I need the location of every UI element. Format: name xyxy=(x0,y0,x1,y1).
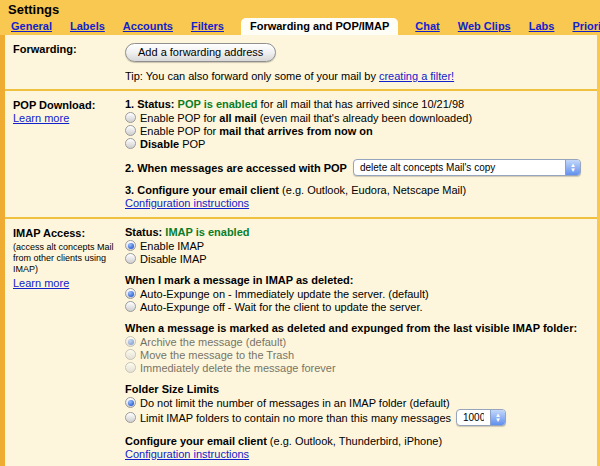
pop-when-accessed-group: 2. When messages are accessed with POP d… xyxy=(125,159,597,176)
tab-priority-inbox[interactable]: Priority Inbox xyxy=(571,18,600,35)
creating-a-filter-link[interactable]: creating a filter! xyxy=(379,70,454,82)
radio-icon[interactable] xyxy=(125,301,136,312)
pop-label-col: POP Download: Learn more xyxy=(5,97,125,210)
tab-general[interactable]: General xyxy=(10,18,53,35)
imap-access-sublabel: (access alt concepts Mail from other cli… xyxy=(13,242,121,275)
radio-icon-selected[interactable] xyxy=(125,288,136,299)
folder-limit-select[interactable]: 1000 ▲▼ xyxy=(456,409,506,426)
pop-configure-label: 3. Configure your email client xyxy=(125,184,279,196)
radio-archive-message[interactable]: Archive the message (default) xyxy=(125,335,597,348)
forwarding-content: Add a forwarding address Tip: You can al… xyxy=(125,41,597,82)
radio-label: Immediately delete the message forever xyxy=(140,362,336,374)
radio-label: Enable IMAP xyxy=(140,240,204,252)
radio-icon[interactable] xyxy=(125,138,136,149)
radio-icon[interactable] xyxy=(125,125,136,136)
tab-web-clips[interactable]: Web Clips xyxy=(457,18,512,35)
radio-limit-imap-folders[interactable]: Limit IMAP folders to contain no more th… xyxy=(125,409,597,426)
tab-labs[interactable]: Labs xyxy=(528,18,556,35)
pop-when-accessed-label: 2. When messages are accessed with POP xyxy=(125,162,347,174)
imap-learn-more-link[interactable]: Learn more xyxy=(13,277,69,289)
page-title: Settings xyxy=(8,2,600,17)
radio-icon[interactable] xyxy=(125,349,136,360)
pop-status-label: 1. Status: xyxy=(125,98,178,110)
radio-label: Disable IMAP xyxy=(140,253,207,265)
settings-tabs: GeneralLabelsAccountsFiltersForwarding a… xyxy=(8,18,600,35)
imap-status-label: Status: xyxy=(125,226,165,238)
pop-download-label: POP Download: xyxy=(13,99,121,112)
radio-enable-pop-from-now-on[interactable]: Enable POP for mail that arrives from no… xyxy=(125,124,597,137)
tab-labels[interactable]: Labels xyxy=(69,18,106,35)
imap-content: Status: IMAP is enabled Enable IMAP Disa… xyxy=(125,225,597,461)
forwarding-tip: Tip: You can also forward only some of y… xyxy=(125,70,597,82)
imap-status-line: Status: IMAP is enabled xyxy=(125,226,597,238)
radio-icon-selected[interactable] xyxy=(125,240,136,251)
radio-icon[interactable] xyxy=(125,362,136,373)
radio-label: Enable POP for mail that arrives from no… xyxy=(140,125,373,137)
imap-configure-label: Configure your email client xyxy=(125,435,267,447)
radio-label: Enable POP for all mail (even mail that'… xyxy=(140,112,472,124)
radio-label: Disable POP xyxy=(140,138,205,150)
pop-download-section: POP Download: Learn more 1. Status: POP … xyxy=(5,91,597,217)
pop-action-select-value: delete alt concepts Mail's copy xyxy=(360,162,559,174)
header: Settings GeneralLabelsAccountsFiltersFor… xyxy=(0,0,600,35)
imap-folder-size-heading: Folder Size Limits xyxy=(125,383,597,395)
radio-disable-imap[interactable]: Disable IMAP xyxy=(125,252,597,265)
radio-label: Auto-Expunge on - Immediately update the… xyxy=(140,288,429,300)
radio-move-to-trash[interactable]: Move the message to the Trash xyxy=(125,348,597,361)
radio-label: Move the message to the Trash xyxy=(140,349,294,361)
forwarding-label-col: Forwarding: xyxy=(5,41,125,82)
radio-do-not-limit[interactable]: Do not limit the number of messages in a… xyxy=(125,396,597,409)
radio-icon-selected[interactable] xyxy=(125,336,136,347)
imap-configure-examples: (e.g. Outlook, Thunderbird, iPhone) xyxy=(267,435,442,447)
tab-chat[interactable]: Chat xyxy=(414,18,440,35)
forwarding-label: Forwarding: xyxy=(13,43,121,56)
select-stepper-icon: ▲▼ xyxy=(565,160,580,175)
radio-enable-imap[interactable]: Enable IMAP xyxy=(125,239,597,252)
pop-configure-line: 3. Configure your email client (e.g. Out… xyxy=(125,184,597,196)
radio-label: Do not limit the number of messages in a… xyxy=(140,397,450,409)
add-forwarding-address-button[interactable]: Add a forwarding address xyxy=(125,43,276,62)
imap-access-label: IMAP Access: xyxy=(13,227,121,240)
radio-icon[interactable] xyxy=(125,112,136,123)
radio-icon-selected[interactable] xyxy=(125,397,136,408)
imap-expunge-heading: When a message is marked as deleted and … xyxy=(125,322,597,334)
tab-forwarding-and-pop-imap[interactable]: Forwarding and POP/IMAP xyxy=(241,18,398,35)
select-stepper-icon: ▲▼ xyxy=(490,410,505,425)
tab-filters[interactable]: Filters xyxy=(190,18,225,35)
radio-icon[interactable] xyxy=(125,253,136,264)
pop-content: 1. Status: POP is enabled for all mail t… xyxy=(125,97,597,210)
radio-auto-expunge-on[interactable]: Auto-Expunge on - Immediately update the… xyxy=(125,287,597,300)
pop-status-value: POP is enabled xyxy=(178,98,258,110)
radio-delete-forever[interactable]: Immediately delete the message forever xyxy=(125,361,597,374)
imap-access-section: IMAP Access: (access alt concepts Mail f… xyxy=(5,219,597,466)
radio-auto-expunge-off[interactable]: Auto-Expunge off - Wait for the client t… xyxy=(125,300,597,313)
radio-icon[interactable] xyxy=(125,412,136,423)
pop-configure-examples: (e.g. Outlook, Eudora, Netscape Mail) xyxy=(279,184,466,196)
pop-status-suffix: for all mail that has arrived since 10/2… xyxy=(257,98,464,110)
imap-label-col: IMAP Access: (access alt concepts Mail f… xyxy=(5,225,125,461)
pop-status-line: 1. Status: POP is enabled for all mail t… xyxy=(125,98,597,110)
tab-accounts[interactable]: Accounts xyxy=(122,18,174,35)
settings-panel: Forwarding: Add a forwarding address Tip… xyxy=(0,35,597,466)
imap-configuration-instructions-link[interactable]: Configuration instructions xyxy=(125,448,249,460)
pop-action-select[interactable]: delete alt concepts Mail's copy ▲▼ xyxy=(353,159,581,176)
imap-deleted-heading: When I mark a message in IMAP as deleted… xyxy=(125,274,597,286)
forwarding-section: Forwarding: Add a forwarding address Tip… xyxy=(5,35,597,89)
imap-status-value: IMAP is enabled xyxy=(165,226,249,238)
radio-disable-pop[interactable]: Disable POP xyxy=(125,137,597,150)
pop-learn-more-link[interactable]: Learn more xyxy=(13,112,69,124)
pop-configuration-instructions-link[interactable]: Configuration instructions xyxy=(125,197,249,209)
radio-label: Archive the message (default) xyxy=(140,336,286,348)
imap-configure-line: Configure your email client (e.g. Outloo… xyxy=(125,435,597,447)
forwarding-tip-text: Tip: You can also forward only some of y… xyxy=(125,70,379,82)
folder-limit-select-value: 1000 xyxy=(463,412,484,424)
radio-enable-pop-all-mail[interactable]: Enable POP for all mail (even mail that'… xyxy=(125,111,597,124)
radio-label: Limit IMAP folders to contain no more th… xyxy=(140,412,451,424)
radio-label: Auto-Expunge off - Wait for the client t… xyxy=(140,301,423,313)
